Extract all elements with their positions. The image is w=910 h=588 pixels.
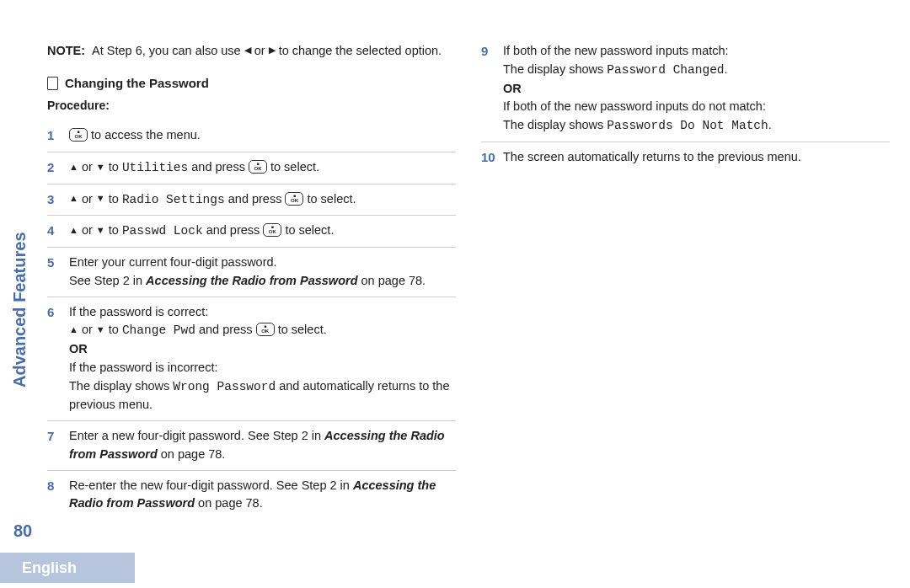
step-number: 7	[47, 427, 69, 464]
section-heading: Changing the Password	[47, 76, 456, 90]
text-toselect: to select.	[303, 192, 356, 206]
right-arrow-icon: ▶	[269, 44, 276, 56]
step-body: If both of the new password inputs match…	[503, 42, 890, 136]
step-3: 3 ▲ or ▼ to Radio Settings and press to …	[47, 184, 456, 216]
text-toselect: to select.	[267, 160, 319, 174]
step-text: .	[768, 118, 772, 131]
step-body: If the password is correct: ▲ or ▼ to Ch…	[69, 303, 456, 415]
step-body: Re-enter the new four-digit password. Se…	[69, 477, 456, 514]
text-andpress: and press	[203, 223, 264, 237]
document-icon	[47, 77, 58, 90]
content-columns: NOTE: At Step 6, you can also use ◀ or ▶…	[47, 42, 890, 519]
step-9: 9 If both of the new password inputs mat…	[481, 42, 890, 142]
left-arrow-icon: ◀	[244, 44, 251, 56]
menu-passwd-lock: Passwd Lock	[122, 224, 203, 238]
step-text: The display shows	[69, 379, 173, 393]
up-arrow-icon: ▲	[69, 223, 78, 238]
text-andpress: and press	[225, 192, 286, 206]
step-text: Enter a new four-digit password. See Ste…	[69, 429, 324, 442]
text-to: to	[105, 160, 122, 174]
menu-utilities: Utilities	[122, 161, 188, 174]
or-label: OR	[69, 342, 88, 355]
note-label: NOTE:	[47, 42, 85, 59]
text-or: or	[78, 192, 96, 206]
step-number: 2	[47, 158, 69, 178]
up-arrow-icon: ▲	[69, 191, 78, 206]
ok-button-icon	[249, 160, 267, 174]
step-text: The display shows	[503, 118, 607, 131]
xref: Accessing the Radio from Password	[146, 274, 357, 287]
ok-button-icon	[285, 192, 303, 206]
down-arrow-icon: ▼	[96, 323, 105, 337]
step-text: See Step 2 in	[69, 274, 146, 287]
display-wrong-password: Wrong Password	[173, 380, 276, 393]
text-or: or	[78, 323, 96, 336]
step-body: ▲ or ▼ to Utilities and press to select.	[69, 158, 456, 178]
step-number: 3	[47, 190, 69, 210]
ok-button-icon	[263, 223, 281, 237]
step-body: Enter a new four-digit password. See Ste…	[69, 427, 456, 464]
left-column: NOTE: At Step 6, you can also use ◀ or ▶…	[47, 42, 456, 519]
step-body: ▲ or ▼ to Radio Settings and press to se…	[69, 190, 456, 210]
step-text: on page 78.	[158, 447, 226, 461]
step-number: 5	[47, 254, 69, 291]
text-or: or	[78, 160, 96, 174]
step-text: The display shows	[503, 62, 607, 76]
or-label: OR	[503, 82, 522, 95]
step-number: 10	[481, 148, 503, 168]
ok-button-icon	[256, 323, 275, 336]
note-block: NOTE: At Step 6, you can also use ◀ or ▶…	[47, 42, 456, 59]
step-5: 5 Enter your current four-digit password…	[47, 248, 456, 297]
down-arrow-icon: ▼	[96, 223, 105, 238]
step-number: 9	[481, 42, 503, 136]
text-or: or	[78, 223, 96, 237]
step-text: If the password is incorrect:	[69, 361, 218, 374]
text-to: to	[105, 223, 122, 237]
step-body: The screen automatically returns to the …	[503, 148, 890, 168]
step-number: 1	[47, 126, 69, 146]
text-toselect: to select.	[281, 223, 334, 237]
note-text-a: At Step 6, you can also use	[92, 44, 244, 57]
text-andpress: and press	[195, 323, 256, 336]
step-text: If both of the new password inputs match…	[503, 44, 729, 57]
step-text: If the password is correct:	[69, 305, 208, 318]
step-6: 6 If the password is correct: ▲ or ▼ to …	[47, 297, 456, 422]
step-body: ▲ or ▼ to Passwd Lock and press to selec…	[69, 222, 456, 241]
step-text: The screen automatically returns to the …	[503, 150, 801, 163]
menu-change-pwd: Change Pwd	[122, 323, 195, 337]
step-text: to access the menu.	[88, 128, 201, 142]
step-text: .	[725, 62, 728, 76]
right-column: 9 If both of the new password inputs mat…	[481, 42, 890, 519]
text-andpress: and press	[188, 160, 249, 174]
procedure-label: Procedure:	[47, 99, 456, 112]
display-passwords-no-match: Passwords Do Not Match	[607, 119, 768, 132]
note-text-c: to change the selected option.	[276, 44, 442, 57]
step-8: 8 Re-enter the new four-digit password. …	[47, 471, 456, 520]
page-number: 80	[13, 521, 32, 541]
ok-button-icon	[69, 128, 88, 142]
step-number: 8	[47, 477, 69, 514]
step-7: 7 Enter a new four-digit password. See S…	[47, 421, 456, 471]
step-number: 6	[47, 303, 69, 415]
menu-radio-settings: Radio Settings	[122, 193, 225, 206]
up-arrow-icon: ▲	[69, 160, 78, 174]
text-to: to	[105, 192, 122, 206]
step-10: 10 The screen automatically returns to t…	[481, 142, 890, 174]
display-password-changed: Password Changed	[607, 63, 724, 77]
step-2: 2 ▲ or ▼ to Utilities and press to selec…	[47, 152, 456, 184]
step-body: Enter your current four-digit password. …	[69, 254, 456, 291]
text-toselect: to select.	[275, 323, 327, 336]
step-1: 1 to access the menu.	[47, 120, 456, 152]
down-arrow-icon: ▼	[96, 191, 105, 206]
step-text: on page 78.	[358, 274, 426, 287]
section-header-vertical: Advanced Features	[10, 232, 29, 388]
manual-page: Advanced Features 80 English NOTE: At St…	[0, 0, 910, 588]
step-number: 4	[47, 222, 69, 241]
step-body: to access the menu.	[69, 126, 456, 146]
language-tab: English	[0, 553, 135, 583]
note-text: At Step 6, you can also use ◀ or ▶ to ch…	[92, 42, 442, 59]
step-text: Re-enter the new four-digit password. Se…	[69, 478, 353, 492]
text-to: to	[105, 323, 122, 336]
note-text-b: or	[251, 44, 269, 57]
section-title: Changing the Password	[65, 76, 209, 90]
